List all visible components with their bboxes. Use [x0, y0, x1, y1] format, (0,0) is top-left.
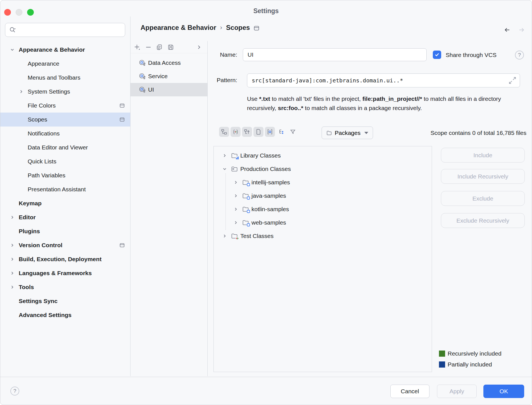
chevron-right-icon — [196, 44, 202, 50]
tree-item-test-classes[interactable]: Test Classes — [214, 229, 432, 243]
chevron-down-icon — [10, 47, 15, 52]
sidebar-item-keymap[interactable]: Keymap — [0, 196, 130, 210]
chevron-right-icon — [222, 234, 227, 239]
search-icon — [9, 27, 18, 33]
chevron-right-icon — [10, 243, 15, 248]
chevron-right-icon — [233, 207, 238, 212]
scope-item-service[interactable]: Service — [130, 70, 207, 83]
sidebar-item-presentation-assistant[interactable]: Presentation Assistant — [0, 182, 130, 196]
sidebar-item-tools[interactable]: Tools — [0, 280, 130, 294]
sidebar-item-build-execution-deployment[interactable]: Build, Execution, Deployment — [0, 252, 130, 266]
sidebar-item-plugins[interactable]: Plugins — [0, 224, 130, 238]
include-recursively-button[interactable]: Include Recursively — [441, 169, 525, 184]
pattern-field[interactable] — [247, 73, 520, 87]
remove-scope-button[interactable] — [143, 42, 154, 52]
sidebar-item-path-variables[interactable]: Path Variables — [0, 168, 130, 182]
file-icon — [255, 129, 262, 135]
search-input[interactable] — [20, 24, 125, 36]
tree-item-intellij-samples[interactable]: intellij-samples — [214, 176, 432, 189]
chevron-right-icon — [222, 153, 227, 158]
chevron-right-icon — [233, 220, 238, 225]
settings-search-box[interactable] — [5, 23, 125, 37]
tree-item-kotlin-samples[interactable]: kotlin-samples — [214, 202, 432, 216]
settings-sidebar: Appearance & Behavior Appearance Menus a… — [0, 16, 130, 376]
pattern-help-text: Use *.txt to match all 'txt' files in th… — [247, 94, 529, 113]
expand-structure-button[interactable] — [276, 127, 286, 137]
project-level-icon — [120, 117, 125, 122]
back-arrow-icon[interactable] — [503, 26, 511, 34]
toolbar-more-button[interactable] — [193, 42, 205, 52]
legend-blue-swatch — [439, 361, 445, 368]
settings-window: Settings Appearance & Behavior Appearanc… — [0, 0, 532, 405]
forward-arrow-icon[interactable] — [518, 26, 526, 34]
tree-item-production-classes[interactable]: Production Classes — [214, 162, 432, 176]
sidebar-item-menus-toolbars[interactable]: Menus and Toolbars — [0, 71, 130, 85]
scope-item-ui[interactable]: UI — [130, 83, 207, 96]
ok-button[interactable]: OK — [483, 385, 524, 398]
save-scope-button[interactable] — [165, 42, 176, 52]
exclude-button[interactable]: Exclude — [441, 191, 525, 206]
chevron-right-icon — [10, 285, 15, 290]
show-files-toggle[interactable] — [253, 127, 263, 137]
include-button[interactable]: Include — [441, 148, 525, 163]
sidebar-item-appearance[interactable]: Appearance — [0, 57, 130, 71]
name-label: Name: — [213, 51, 237, 58]
exclude-recursively-button[interactable]: Exclude Recursively — [441, 213, 525, 228]
sidebar-item-version-control[interactable]: Version Control — [0, 238, 130, 252]
scope-icon — [139, 86, 146, 93]
packages-dropdown[interactable]: Packages — [322, 127, 373, 139]
legend-partially-included: Partially included — [439, 361, 492, 368]
sidebar-item-quick-lists[interactable]: Quick Lists — [0, 154, 130, 168]
expand-pattern-icon[interactable] — [508, 76, 517, 85]
save-icon — [167, 44, 174, 51]
tree-structure-icon — [278, 129, 284, 135]
name-field[interactable] — [243, 48, 427, 61]
chevron-down-icon — [364, 132, 368, 134]
show-references-toggle[interactable] — [231, 127, 241, 137]
references-icon — [232, 129, 239, 135]
add-scope-button[interactable] — [132, 42, 143, 52]
scope-summary-text: Scope contains 0 of total 16,785 files — [431, 130, 526, 136]
share-vcs-label: Share through VCS — [446, 52, 497, 58]
sidebar-item-settings-sync[interactable]: Settings Sync — [0, 294, 130, 308]
settings-nav: Appearance & Behavior Appearance Menus a… — [0, 43, 130, 322]
share-vcs-checkbox[interactable] — [433, 51, 441, 59]
module-badge-icon — [247, 223, 250, 227]
chevron-right-icon — [10, 271, 15, 276]
folder-icon — [326, 130, 332, 136]
chevron-right-icon — [233, 193, 238, 198]
scope-icon — [139, 59, 146, 66]
window-title: Settings — [0, 7, 532, 15]
tree-item-web-samples[interactable]: web-samples — [214, 216, 432, 229]
check-icon — [434, 52, 440, 57]
sidebar-item-notifications[interactable]: Notifications — [0, 127, 130, 140]
tree-item-library-classes[interactable]: Library Classes — [214, 149, 432, 162]
tree-item-java-samples[interactable]: java-samples — [214, 189, 432, 202]
sidebar-item-languages-frameworks[interactable]: Languages & Frameworks — [0, 266, 130, 280]
show-scratches-toggle[interactable] — [265, 127, 275, 137]
copy-scope-button[interactable] — [154, 42, 165, 52]
remove-icon — [145, 44, 152, 51]
breadcrumb-separator-icon: › — [220, 24, 222, 31]
sidebar-item-data-editor-viewer[interactable]: Data Editor and Viewer — [0, 140, 130, 154]
show-hierarchy-toggle[interactable] — [219, 127, 229, 137]
cancel-button[interactable]: Cancel — [390, 385, 429, 398]
help-button[interactable]: ? — [10, 387, 19, 396]
sidebar-item-appearance-behavior[interactable]: Appearance & Behavior — [0, 43, 130, 57]
sidebar-item-file-colors[interactable]: File Colors — [0, 99, 130, 113]
apply-button[interactable]: Apply — [437, 385, 477, 398]
sidebar-item-advanced-settings[interactable]: Advanced Settings — [0, 308, 130, 322]
modules-up-icon — [244, 129, 250, 135]
filter-button[interactable] — [288, 127, 298, 137]
sidebar-item-scopes[interactable]: Scopes — [0, 113, 130, 127]
project-level-icon — [120, 103, 125, 108]
breadcrumb-parent[interactable]: Appearance & Behavior — [141, 24, 216, 32]
show-modules-toggle[interactable] — [242, 127, 252, 137]
add-icon — [134, 44, 141, 51]
sidebar-item-system-settings[interactable]: System Settings — [0, 85, 130, 99]
scope-list-toolbar — [130, 41, 207, 53]
sidebar-item-editor[interactable]: Editor — [0, 210, 130, 224]
scope-icon — [139, 73, 146, 80]
share-vcs-help-icon[interactable]: ? — [515, 51, 524, 59]
scope-item-data-access[interactable]: Data Access — [130, 56, 207, 70]
